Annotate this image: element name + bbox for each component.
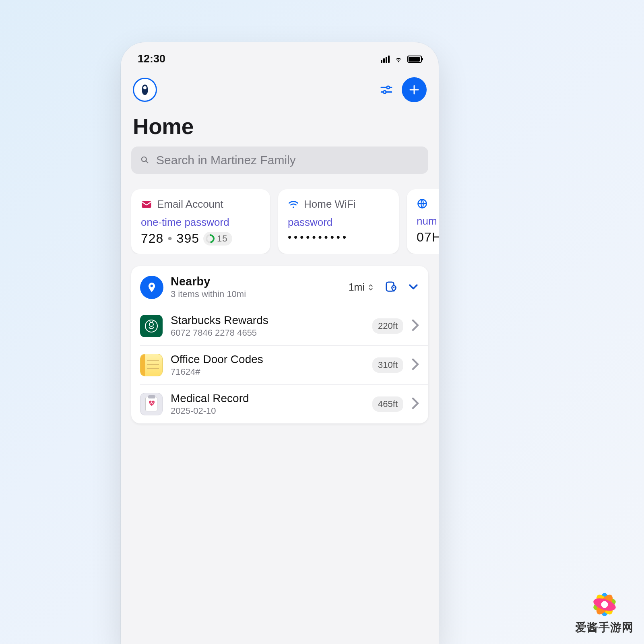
quick-card-field-label: password xyxy=(288,216,389,229)
nearby-item-subtitle: 71624# xyxy=(171,367,364,377)
timer-ring-icon xyxy=(204,232,216,245)
medical-icon xyxy=(140,393,163,415)
nearby-item[interactable]: Office Door Codes 71624# 310ft xyxy=(140,345,428,384)
app-logo[interactable] xyxy=(133,78,157,102)
svg-point-5 xyxy=(293,206,294,208)
location-square-icon xyxy=(385,281,397,293)
chevron-right-icon xyxy=(411,319,419,333)
battery-icon xyxy=(407,56,422,63)
quick-card-partial[interactable]: num 07H xyxy=(407,189,439,254)
nearby-subtitle: 3 items within 10mi xyxy=(171,289,341,299)
mail-icon xyxy=(141,199,152,210)
nearby-title: Nearby xyxy=(171,275,341,288)
phone-frame: 12:30 Home Search in Martinez Family xyxy=(121,42,439,644)
nearby-pin-icon-wrap xyxy=(140,276,163,299)
nearby-item-title: Medical Record xyxy=(171,392,364,405)
location-edit-button[interactable] xyxy=(385,281,397,294)
quick-card-field-label: num xyxy=(417,215,439,227)
distance-badge: 310ft xyxy=(372,357,403,373)
status-bar: 12:30 xyxy=(121,42,439,69)
nearby-item-subtitle: 6072 7846 2278 4655 xyxy=(171,328,364,338)
quick-card-title: Email Account xyxy=(157,198,223,211)
nearby-item[interactable]: Medical Record 2025-02-10 465ft xyxy=(140,384,428,423)
plus-icon xyxy=(408,84,420,96)
otp-value: 728•395 15 xyxy=(141,231,260,246)
wifi-icon xyxy=(288,199,299,210)
map-pin-icon xyxy=(146,282,157,293)
nearby-item-subtitle: 2025-02-10 xyxy=(171,406,364,416)
cellular-icon xyxy=(381,56,390,63)
distance-badge: 220ft xyxy=(372,318,403,334)
status-time: 12:30 xyxy=(138,53,165,65)
otp-timer: 15 xyxy=(203,232,232,246)
svg-point-3 xyxy=(383,91,386,93)
quick-card-email[interactable]: Email Account one-time password 728•395 … xyxy=(131,189,270,254)
chevron-right-icon xyxy=(411,397,419,411)
search-placeholder: Search in Martinez Family xyxy=(156,153,296,167)
quick-card-wifi[interactable]: Home WiFi password •••••••••• xyxy=(278,189,399,254)
nearby-header: Nearby 3 items within 10mi 1mi xyxy=(131,266,428,307)
nearby-item-title: Starbucks Rewards xyxy=(171,314,364,327)
watermark-text: 爱酱手游网 xyxy=(575,620,634,635)
keyhole-icon xyxy=(142,85,148,95)
radius-selector[interactable]: 1mi xyxy=(349,281,374,293)
collapse-button[interactable] xyxy=(407,281,419,294)
stepper-icon xyxy=(367,283,374,292)
chevron-down-icon xyxy=(407,281,419,293)
distance-badge: 465ft xyxy=(372,396,403,412)
search-input[interactable]: Search in Martinez Family xyxy=(131,147,428,174)
wifi-icon xyxy=(394,56,403,63)
quick-card-title: Home WiFi xyxy=(304,198,356,211)
svg-point-1 xyxy=(387,86,390,89)
svg-point-17 xyxy=(601,601,608,608)
app-header xyxy=(121,69,439,102)
svg-point-8 xyxy=(393,287,394,288)
nearby-item[interactable]: Starbucks Rewards 6072 7846 2278 4655 22… xyxy=(140,307,428,345)
nearby-item-title: Office Door Codes xyxy=(171,353,364,366)
quick-access-row: Email Account one-time password 728•395 … xyxy=(121,174,439,254)
quick-card-value: 07H xyxy=(417,230,439,245)
quick-card-field-label: one-time password xyxy=(141,216,260,229)
chevron-right-icon xyxy=(411,358,419,372)
add-button[interactable] xyxy=(402,77,427,102)
filter-button[interactable] xyxy=(379,83,394,97)
status-indicators xyxy=(381,56,422,63)
search-icon xyxy=(139,155,151,166)
globe-icon xyxy=(417,198,428,209)
watermark-logo xyxy=(590,590,619,619)
nearby-section: Nearby 3 items within 10mi 1mi xyxy=(131,266,428,423)
password-masked: •••••••••• xyxy=(288,231,389,244)
page-title: Home xyxy=(121,102,439,147)
sliders-icon xyxy=(380,83,393,97)
note-icon xyxy=(140,354,163,376)
starbucks-icon xyxy=(140,315,163,337)
